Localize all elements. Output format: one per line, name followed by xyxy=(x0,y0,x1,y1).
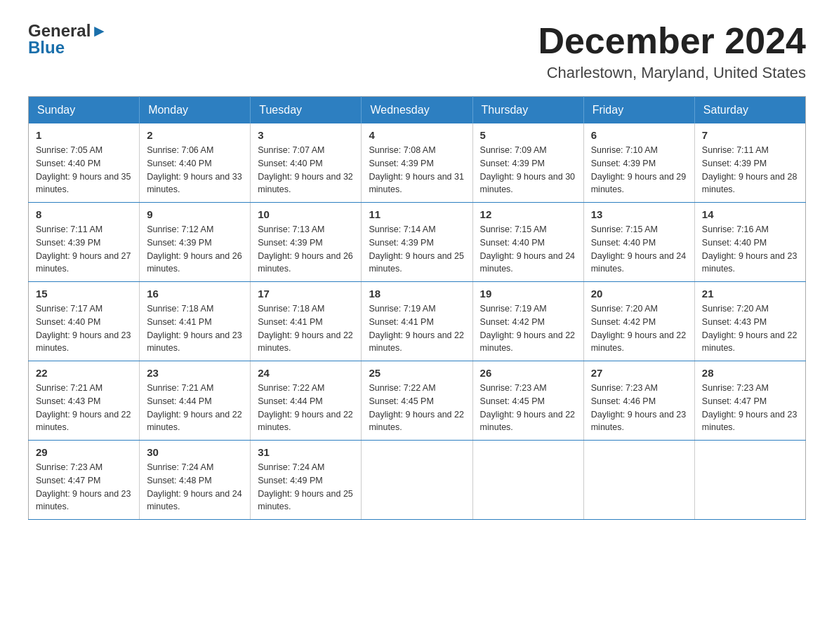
calendar-header-wednesday: Wednesday xyxy=(362,97,472,124)
day-number: 26 xyxy=(480,367,576,379)
day-info: Sunrise: 7:22 AMSunset: 4:45 PMDaylight:… xyxy=(369,383,464,432)
calendar-cell: 2 Sunrise: 7:06 AMSunset: 4:40 PMDayligh… xyxy=(140,123,251,203)
month-title: December 2024 xyxy=(538,21,806,61)
day-number: 5 xyxy=(480,129,576,141)
calendar-cell: 26 Sunrise: 7:23 AMSunset: 4:45 PMDaylig… xyxy=(472,361,583,441)
day-number: 30 xyxy=(147,446,243,458)
day-number: 21 xyxy=(702,288,798,300)
day-number: 29 xyxy=(36,446,132,458)
calendar-cell xyxy=(694,441,805,520)
calendar-cell: 27 Sunrise: 7:23 AMSunset: 4:46 PMDaylig… xyxy=(583,361,694,441)
calendar-week-row: 8 Sunrise: 7:11 AMSunset: 4:39 PMDayligh… xyxy=(29,203,806,282)
calendar-cell: 10 Sunrise: 7:13 AMSunset: 4:39 PMDaylig… xyxy=(251,203,362,282)
calendar-cell: 1 Sunrise: 7:05 AMSunset: 4:40 PMDayligh… xyxy=(29,123,140,203)
day-info: Sunrise: 7:05 AMSunset: 4:40 PMDaylight:… xyxy=(36,145,131,194)
day-info: Sunrise: 7:06 AMSunset: 4:40 PMDaylight:… xyxy=(147,145,242,194)
day-info: Sunrise: 7:20 AMSunset: 4:42 PMDaylight:… xyxy=(591,304,687,353)
day-number: 22 xyxy=(36,367,132,379)
calendar-cell: 6 Sunrise: 7:10 AMSunset: 4:39 PMDayligh… xyxy=(583,123,694,203)
day-number: 13 xyxy=(591,208,687,220)
day-number: 20 xyxy=(591,288,687,300)
day-info: Sunrise: 7:23 AMSunset: 4:45 PMDaylight:… xyxy=(480,383,576,432)
calendar-cell xyxy=(362,441,472,520)
calendar-cell: 22 Sunrise: 7:21 AMSunset: 4:43 PMDaylig… xyxy=(29,361,140,441)
day-number: 19 xyxy=(480,288,576,300)
calendar-cell: 31 Sunrise: 7:24 AMSunset: 4:49 PMDaylig… xyxy=(251,441,362,520)
calendar-cell: 4 Sunrise: 7:08 AMSunset: 4:39 PMDayligh… xyxy=(362,123,472,203)
day-number: 25 xyxy=(369,367,465,379)
day-info: Sunrise: 7:22 AMSunset: 4:44 PMDaylight:… xyxy=(258,383,353,432)
calendar-cell: 25 Sunrise: 7:22 AMSunset: 4:45 PMDaylig… xyxy=(362,361,472,441)
calendar-header-row: SundayMondayTuesdayWednesdayThursdayFrid… xyxy=(29,97,806,124)
day-info: Sunrise: 7:19 AMSunset: 4:41 PMDaylight:… xyxy=(369,304,464,353)
calendar-cell: 8 Sunrise: 7:11 AMSunset: 4:39 PMDayligh… xyxy=(29,203,140,282)
day-info: Sunrise: 7:20 AMSunset: 4:43 PMDaylight:… xyxy=(702,304,797,353)
day-info: Sunrise: 7:23 AMSunset: 4:47 PMDaylight:… xyxy=(36,462,131,511)
day-number: 8 xyxy=(36,208,132,220)
page-header: General► Blue December 2024 Charlestown,… xyxy=(28,21,806,82)
day-number: 24 xyxy=(258,367,354,379)
location-title: Charlestown, Maryland, United States xyxy=(538,64,806,82)
day-info: Sunrise: 7:21 AMSunset: 4:43 PMDaylight:… xyxy=(36,383,131,432)
day-number: 31 xyxy=(258,446,354,458)
day-info: Sunrise: 7:18 AMSunset: 4:41 PMDaylight:… xyxy=(147,304,242,353)
calendar-cell: 13 Sunrise: 7:15 AMSunset: 4:40 PMDaylig… xyxy=(583,203,694,282)
day-info: Sunrise: 7:08 AMSunset: 4:39 PMDaylight:… xyxy=(369,145,464,194)
calendar-header-tuesday: Tuesday xyxy=(251,97,362,124)
day-number: 11 xyxy=(369,208,465,220)
day-info: Sunrise: 7:09 AMSunset: 4:39 PMDaylight:… xyxy=(480,145,576,194)
calendar-cell: 19 Sunrise: 7:19 AMSunset: 4:42 PMDaylig… xyxy=(472,282,583,361)
day-number: 12 xyxy=(480,208,576,220)
calendar-cell: 23 Sunrise: 7:21 AMSunset: 4:44 PMDaylig… xyxy=(140,361,251,441)
day-info: Sunrise: 7:15 AMSunset: 4:40 PMDaylight:… xyxy=(480,224,576,274)
calendar-cell: 16 Sunrise: 7:18 AMSunset: 4:41 PMDaylig… xyxy=(140,282,251,361)
day-number: 14 xyxy=(702,208,798,220)
day-number: 27 xyxy=(591,367,687,379)
day-info: Sunrise: 7:18 AMSunset: 4:41 PMDaylight:… xyxy=(258,304,353,353)
logo-line2: Blue xyxy=(28,38,65,58)
calendar-week-row: 29 Sunrise: 7:23 AMSunset: 4:47 PMDaylig… xyxy=(29,441,806,520)
calendar-header-sunday: Sunday xyxy=(29,97,140,124)
calendar-header-saturday: Saturday xyxy=(694,97,805,124)
day-number: 17 xyxy=(258,288,354,300)
calendar-cell: 30 Sunrise: 7:24 AMSunset: 4:48 PMDaylig… xyxy=(140,441,251,520)
day-number: 9 xyxy=(147,208,243,220)
day-info: Sunrise: 7:19 AMSunset: 4:42 PMDaylight:… xyxy=(480,304,576,353)
calendar-cell: 7 Sunrise: 7:11 AMSunset: 4:39 PMDayligh… xyxy=(694,123,805,203)
calendar-cell: 12 Sunrise: 7:15 AMSunset: 4:40 PMDaylig… xyxy=(472,203,583,282)
calendar-cell: 17 Sunrise: 7:18 AMSunset: 4:41 PMDaylig… xyxy=(251,282,362,361)
calendar-header-monday: Monday xyxy=(140,97,251,124)
day-info: Sunrise: 7:23 AMSunset: 4:47 PMDaylight:… xyxy=(702,383,797,432)
day-number: 1 xyxy=(36,129,132,141)
day-number: 3 xyxy=(258,129,354,141)
day-info: Sunrise: 7:21 AMSunset: 4:44 PMDaylight:… xyxy=(147,383,242,432)
day-info: Sunrise: 7:07 AMSunset: 4:40 PMDaylight:… xyxy=(258,145,353,194)
calendar-header-thursday: Thursday xyxy=(472,97,583,124)
day-number: 6 xyxy=(591,129,687,141)
calendar-cell: 3 Sunrise: 7:07 AMSunset: 4:40 PMDayligh… xyxy=(251,123,362,203)
day-number: 28 xyxy=(702,367,798,379)
title-area: December 2024 Charlestown, Maryland, Uni… xyxy=(538,21,806,82)
logo: General► Blue xyxy=(28,21,107,58)
day-number: 4 xyxy=(369,129,465,141)
calendar-cell: 20 Sunrise: 7:20 AMSunset: 4:42 PMDaylig… xyxy=(583,282,694,361)
day-info: Sunrise: 7:23 AMSunset: 4:46 PMDaylight:… xyxy=(591,383,687,432)
calendar-week-row: 15 Sunrise: 7:17 AMSunset: 4:40 PMDaylig… xyxy=(29,282,806,361)
day-info: Sunrise: 7:24 AMSunset: 4:49 PMDaylight:… xyxy=(258,462,353,511)
day-info: Sunrise: 7:15 AMSunset: 4:40 PMDaylight:… xyxy=(591,224,687,274)
day-number: 18 xyxy=(369,288,465,300)
day-number: 10 xyxy=(258,208,354,220)
day-number: 23 xyxy=(147,367,243,379)
calendar-week-row: 22 Sunrise: 7:21 AMSunset: 4:43 PMDaylig… xyxy=(29,361,806,441)
day-number: 2 xyxy=(147,129,243,141)
day-info: Sunrise: 7:11 AMSunset: 4:39 PMDaylight:… xyxy=(702,145,797,194)
calendar-cell: 29 Sunrise: 7:23 AMSunset: 4:47 PMDaylig… xyxy=(29,441,140,520)
calendar-cell: 9 Sunrise: 7:12 AMSunset: 4:39 PMDayligh… xyxy=(140,203,251,282)
calendar-cell: 15 Sunrise: 7:17 AMSunset: 4:40 PMDaylig… xyxy=(29,282,140,361)
day-info: Sunrise: 7:12 AMSunset: 4:39 PMDaylight:… xyxy=(147,224,242,274)
calendar-cell: 11 Sunrise: 7:14 AMSunset: 4:39 PMDaylig… xyxy=(362,203,472,282)
calendar-week-row: 1 Sunrise: 7:05 AMSunset: 4:40 PMDayligh… xyxy=(29,123,806,203)
calendar-cell: 24 Sunrise: 7:22 AMSunset: 4:44 PMDaylig… xyxy=(251,361,362,441)
day-number: 16 xyxy=(147,288,243,300)
day-info: Sunrise: 7:24 AMSunset: 4:48 PMDaylight:… xyxy=(147,462,242,511)
